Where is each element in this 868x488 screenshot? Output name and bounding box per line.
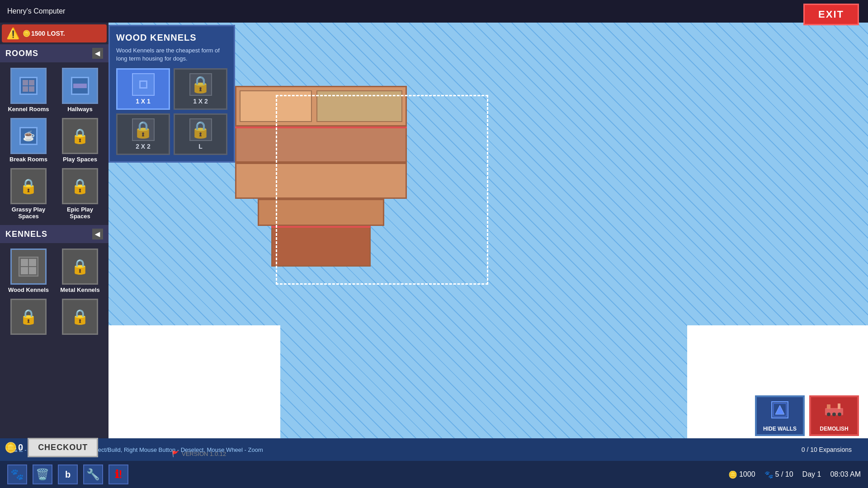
break-rooms-icon: ☕: [10, 118, 47, 154]
right-action-buttons: HIDE WALLS DEMOLISH: [755, 395, 859, 436]
hide-walls-icon: [770, 400, 790, 424]
time-value: 08:03 AM: [830, 470, 861, 479]
coin-value: 1000: [739, 470, 755, 479]
kennel-options: 1 X 1 🔒 1 X 2 🔒 2 X 2 🔒 L: [116, 68, 227, 155]
rooms-collapse-arrow[interactable]: ◀: [92, 48, 103, 59]
kennels-section-header: KENNELS ◀: [0, 225, 108, 243]
kennel-item-metal[interactable]: Metal Kennels: [55, 247, 105, 295]
floor-mid1: [235, 127, 407, 163]
extra-kennel-icon-1: [10, 299, 47, 335]
kennel-rooms-icon: [10, 68, 47, 104]
epic-play-spaces-label: Epic Play Spaces: [57, 206, 103, 220]
popup-title: WOOD KENNELS: [116, 33, 227, 43]
white-area-bottom-left: [108, 325, 280, 438]
day-value: Day 1: [802, 470, 821, 479]
dogs-value: 5 / 10: [775, 470, 793, 479]
extra-kennel-icon-2: [62, 299, 98, 335]
taskbar-info-icon[interactable]: ℹ!: [108, 465, 128, 484]
exit-button[interactable]: EXIT: [803, 4, 859, 25]
warning-icon: ⚠️: [6, 27, 20, 40]
hallways-label: Hallways: [67, 106, 93, 113]
stat-day: Day 1: [802, 470, 821, 479]
play-spaces-label: Play Spaces: [63, 156, 97, 163]
popup-description: Wood Kennels are the cheapest form of lo…: [116, 47, 227, 63]
room-item-play-spaces[interactable]: Play Spaces: [55, 116, 105, 164]
svg-point-6: [827, 413, 830, 416]
kennel-1x1-square: [139, 80, 147, 89]
kennel-item-wood[interactable]: Wood Kennels: [4, 247, 53, 295]
wood-kennels-label: Wood Kennels: [8, 286, 49, 293]
grassy-play-spaces-icon: [10, 168, 47, 204]
flag-icon: 🚩: [172, 450, 179, 457]
kennel-rooms-label: Kennel Rooms: [8, 106, 49, 113]
kennel-l-icon: 🔒: [189, 118, 212, 141]
hint-line: Q & E - Rotate, Keypad Enter - Select/Bu…: [7, 446, 802, 453]
svg-rect-5: [838, 404, 840, 409]
metal-kennels-label: Metal Kennels: [60, 286, 99, 293]
kennel-option-2x2[interactable]: 🔒 2 X 2: [116, 113, 170, 155]
room-item-hallways[interactable]: Hallways: [55, 66, 105, 114]
taskbar-stats: 🪙 1000 🐾 5 / 10 Day 1 08:03 AM: [728, 470, 861, 479]
room-item-grassy-play-spaces[interactable]: Grassy Play Spaces: [4, 166, 53, 221]
play-spaces-icon: [62, 118, 98, 154]
kennel-item-extra2[interactable]: [55, 297, 105, 338]
svg-point-8: [838, 413, 841, 416]
room-item-break-rooms[interactable]: ☕ Break Rooms: [4, 116, 53, 164]
expansions-count: 0 / 10 Expansions: [802, 446, 852, 453]
kennel-1x2-icon: 🔒: [189, 73, 212, 96]
metal-kennels-icon: [62, 249, 98, 285]
kennel-1x1-icon: [132, 73, 155, 96]
dog-icon-stat: 🐾: [764, 470, 774, 479]
warning-text: 🪙1500 LOST.: [23, 30, 65, 37]
svg-point-7: [832, 413, 836, 416]
room-item-kennel-rooms[interactable]: Kennel Rooms: [4, 66, 53, 114]
hint-text: Q & E - Rotate, Keypad Enter - Select/Bu…: [7, 446, 802, 453]
red-stripe: [235, 127, 407, 128]
kennel-l-label: L: [198, 143, 203, 150]
kennel-option-1x2[interactable]: 🔒 1 X 2: [174, 68, 227, 110]
taskbar-build-icon[interactable]: b: [58, 465, 78, 484]
grassy-play-spaces-label: Grassy Play Spaces: [5, 206, 52, 220]
checkout-area: 🪙 0 CHECKOUT: [5, 438, 98, 457]
coin-icon: 🪙: [23, 30, 30, 37]
room-item-epic-play-spaces[interactable]: Epic Play Spaces: [55, 166, 105, 221]
rooms-label: ROOMS: [5, 49, 38, 58]
kennel-option-1x1[interactable]: 1 X 1: [116, 68, 170, 110]
room-detail-1: [240, 90, 312, 122]
checkout-button[interactable]: CHECKOUT: [28, 438, 98, 457]
stat-coins: 🪙 1000: [728, 470, 755, 479]
kennel-1x1-label: 1 X 1: [136, 98, 151, 105]
stat-time: 08:03 AM: [830, 470, 861, 479]
floor-bot2: [271, 226, 371, 267]
taskbar-paw-icon[interactable]: 🐾: [7, 465, 27, 484]
kennel-l-lock: 🔒: [190, 120, 211, 139]
demolish-button[interactable]: DEMOLISH: [809, 395, 859, 436]
kennels-collapse-arrow[interactable]: ◀: [92, 229, 103, 239]
hide-walls-button[interactable]: HIDE WALLS: [755, 395, 805, 436]
coin-icon-stat: 🪙: [728, 470, 737, 479]
version-display: 🚩 VERSION 1.0.12: [172, 450, 226, 457]
left-sidebar: ⚠️ 🪙1500 LOST. ROOMS ◀ Kennel Rooms: [0, 23, 108, 461]
rooms-section-header: ROOMS ◀: [0, 44, 108, 62]
kennel-1x2-lock: 🔒: [190, 75, 211, 94]
version-label: VERSION 1.0.12: [182, 450, 226, 457]
kennel-2x2-label: 2 X 2: [136, 143, 151, 150]
demolish-icon: [824, 400, 844, 424]
coin-icon-checkout: 🪙: [5, 442, 17, 454]
kennel-item-extra1[interactable]: [4, 297, 53, 338]
kennels-label: KENNELS: [5, 230, 47, 239]
taskbar-tools-icon[interactable]: 🔧: [83, 465, 103, 484]
bottom-hint-bar: Q & E - Rotate, Keypad Enter - Select/Bu…: [0, 438, 868, 461]
coins-display: 🪙 0: [5, 442, 23, 454]
floor-mid2: [235, 163, 407, 199]
hallways-icon: [62, 68, 98, 104]
kennel-1x2-label: 1 X 2: [193, 98, 208, 105]
kennel-2x2-lock: 🔒: [133, 120, 153, 139]
floor-bot1: [258, 199, 384, 226]
warning-banner: ⚠️ 🪙1500 LOST.: [2, 24, 107, 42]
stat-dogs: 🐾 5 / 10: [764, 470, 793, 479]
kennel-option-l[interactable]: 🔒 L: [174, 113, 227, 155]
taskbar-cart-icon[interactable]: 🗑️: [33, 465, 52, 484]
title-bar: Henry's Computer: [0, 0, 868, 23]
taskbar: 🐾 🗑️ b 🔧 ℹ! 🪙 1000 🐾 5 / 10 Day 1 08:03 …: [0, 461, 868, 488]
